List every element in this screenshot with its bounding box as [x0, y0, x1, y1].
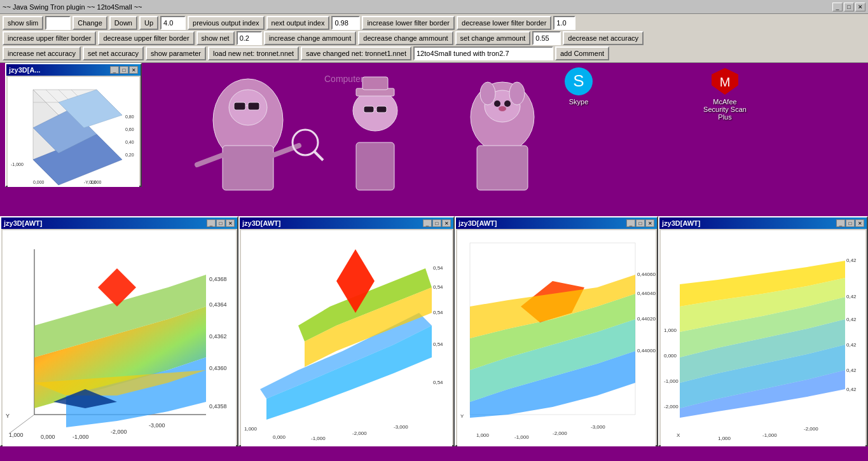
- save-changed-net-button[interactable]: save changed net: tronnet1.nnet: [301, 46, 411, 60]
- small-chart-minimize[interactable]: _: [110, 66, 119, 74]
- chart-4-titlebar[interactable]: jzy3D[AWT] _ □ ✕: [659, 217, 867, 229]
- chart-3-minimize[interactable]: _: [626, 219, 635, 227]
- chart-1-title: jzy3D[AWT]: [4, 219, 43, 227]
- chart-4: jzy3D[AWT] _ □ ✕: [658, 216, 868, 446]
- skype-icon-image: S: [563, 66, 594, 97]
- chart-4-title: jzy3D[AWT]: [662, 219, 701, 227]
- slim-value-input[interactable]: [45, 16, 71, 30]
- svg-text:0,54: 0,54: [433, 380, 443, 385]
- close-button[interactable]: ✕: [855, 3, 865, 11]
- small-chart-titlebar[interactable]: jzy3D[A... _ □ ✕: [6, 64, 141, 76]
- chart-2-close[interactable]: ✕: [442, 219, 451, 227]
- chart-3-titlebar[interactable]: jzy3D[AWT] _ □ ✕: [456, 217, 657, 229]
- chart-2-maximize[interactable]: □: [432, 219, 441, 227]
- up-button[interactable]: Up: [139, 16, 158, 30]
- desktop: Computer jzy3D[A... _ □ ✕: [0, 63, 868, 446]
- small-chart-close[interactable]: ✕: [129, 66, 138, 74]
- previous-output-index-button[interactable]: previous output index: [188, 16, 265, 30]
- chart-3-close[interactable]: ✕: [645, 219, 654, 227]
- svg-rect-6: [223, 146, 273, 190]
- svg-text:0,000: 0,000: [33, 180, 45, 184]
- svg-text:0,54: 0,54: [433, 341, 443, 347]
- comment-input[interactable]: [413, 46, 553, 60]
- svg-text:S: S: [573, 71, 584, 90]
- svg-text:0,440600: 0,440600: [637, 272, 656, 277]
- set-change-button[interactable]: set change ammount: [455, 31, 531, 45]
- small-chart-window: jzy3D[A... _ □ ✕: [5, 63, 142, 187]
- toolbar: show slim Change Down Up previous output…: [0, 14, 868, 63]
- chart-4-maximize[interactable]: □: [846, 219, 855, 227]
- svg-text:-Y,000: -Y,000: [84, 180, 97, 184]
- change-value-input[interactable]: [532, 31, 561, 45]
- svg-text:-1,000: -1,000: [514, 434, 529, 440]
- mcafee-label: McAfee Security Scan Plus: [699, 98, 750, 121]
- svg-point-9: [353, 90, 397, 131]
- chart-2-titlebar[interactable]: jzy3D[AWT] _ □ ✕: [240, 217, 453, 229]
- svg-text:M: M: [720, 75, 731, 89]
- lower-value-input[interactable]: [553, 16, 575, 30]
- toolbar-row-2: increase upper filter border decrease up…: [3, 31, 865, 45]
- svg-text:0,440400: 0,440400: [637, 291, 656, 296]
- set-net-accuracy-button[interactable]: set net accuracy: [83, 46, 144, 60]
- svg-text:0,40: 0,40: [125, 140, 134, 144]
- add-comment-button[interactable]: add Comment: [555, 46, 609, 60]
- increase-upper-filter-button[interactable]: increase upper filter border: [3, 31, 96, 45]
- svg-text:-2,000: -2,000: [804, 426, 818, 432]
- svg-text:0,42: 0,42: [846, 294, 857, 299]
- toolbar-row-1: show slim Change Down Up previous output…: [3, 16, 865, 30]
- chart-2-minimize[interactable]: _: [423, 219, 432, 227]
- decrease-lower-filter-button[interactable]: decrease lower filter border: [457, 16, 551, 30]
- chart-3-content: 0,440600 0,440400 0,440200 0,440000 -3,0…: [457, 230, 656, 446]
- change-button[interactable]: Change: [72, 16, 107, 30]
- svg-text:0,4358: 0,4358: [209, 403, 227, 409]
- increase-change-button[interactable]: increase change ammount: [264, 31, 357, 45]
- charts-row: jzy3D[AWT] _ □ ✕: [0, 216, 868, 446]
- next-output-index-button[interactable]: next output index: [266, 16, 330, 30]
- svg-text:1,000: 1,000: [718, 436, 731, 441]
- decrease-change-button[interactable]: decrease change ammount: [358, 31, 453, 45]
- svg-point-20: [494, 100, 500, 107]
- next-value-input[interactable]: [331, 16, 360, 30]
- svg-text:0,42: 0,42: [846, 387, 857, 392]
- increase-net-accuracy-button[interactable]: increase net accuracy: [3, 46, 81, 60]
- show-slim-button[interactable]: show slim: [3, 16, 43, 30]
- minimize-button[interactable]: _: [832, 3, 843, 11]
- svg-text:0,4360: 0,4360: [209, 365, 227, 371]
- show-parameter-button[interactable]: show parameter: [146, 46, 206, 60]
- svg-text:0,54: 0,54: [433, 284, 443, 290]
- chart-3-maximize[interactable]: □: [636, 219, 645, 227]
- chart-1-close[interactable]: ✕: [226, 219, 235, 227]
- svg-text:1,000: 1,000: [9, 432, 24, 438]
- chart-4-minimize[interactable]: _: [836, 219, 845, 227]
- svg-text:0,000: 0,000: [41, 434, 55, 440]
- chart-4-close[interactable]: ✕: [855, 219, 864, 227]
- svg-text:-2,000: -2,000: [553, 430, 567, 436]
- mcafee-icon-desktop[interactable]: M McAfee Security Scan Plus: [699, 66, 750, 121]
- small-chart-maximize[interactable]: □: [120, 66, 128, 74]
- svg-point-18: [480, 82, 495, 105]
- chart-3-controls: _ □ ✕: [626, 219, 654, 227]
- show-net-button[interactable]: show net: [196, 31, 235, 45]
- maximize-button[interactable]: □: [844, 3, 854, 11]
- svg-text:-2,000: -2,000: [111, 429, 127, 435]
- chart-1-minimize[interactable]: _: [207, 219, 216, 227]
- svg-text:0,42: 0,42: [846, 258, 857, 263]
- up-value-input[interactable]: [160, 16, 186, 30]
- net-value-input[interactable]: [237, 31, 262, 45]
- increase-lower-filter-button[interactable]: increase lower filter border: [362, 16, 455, 30]
- chart-1-maximize[interactable]: □: [216, 219, 225, 227]
- title-text: ~~ Java Swing Tron plugin ~~ 12to4Small …: [3, 3, 142, 11]
- chart-3: jzy3D[AWT] _ □ ✕: [455, 216, 658, 446]
- chart-1-titlebar[interactable]: jzy3D[AWT] _ □ ✕: [1, 217, 237, 229]
- decrease-upper-filter-button[interactable]: decrease upper filter border: [98, 31, 194, 45]
- svg-text:1,000: 1,000: [244, 426, 258, 432]
- skype-icon-desktop[interactable]: S Skype: [553, 66, 604, 106]
- svg-text:-3,000: -3,000: [394, 424, 408, 430]
- svg-text:0,000: 0,000: [664, 353, 677, 359]
- load-new-net-button[interactable]: load new net: tronnet.nnet: [208, 46, 299, 60]
- small-chart-controls: _ □ ✕: [110, 66, 138, 74]
- down-button[interactable]: Down: [109, 16, 137, 30]
- svg-text:-1,000: -1,000: [11, 162, 24, 167]
- svg-text:Y: Y: [6, 413, 10, 419]
- decrease-net-accuracy-button[interactable]: decrease net accuracy: [563, 31, 644, 45]
